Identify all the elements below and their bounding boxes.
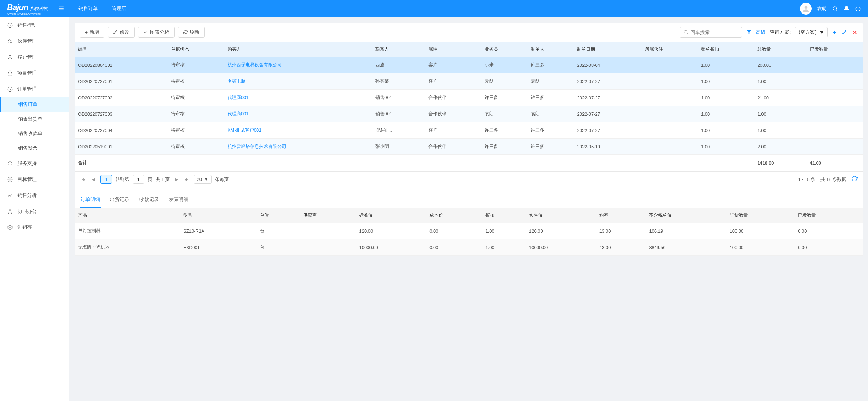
tab-management[interactable]: 管理层 — [105, 0, 133, 17]
svg-point-13 — [8, 177, 12, 182]
sidebar-item[interactable]: 订单管理 — [0, 81, 69, 97]
detail-tab[interactable]: 发票明细 — [168, 192, 189, 208]
sidebar-sub-item[interactable]: 销售收款单 — [0, 126, 69, 141]
page-number[interactable]: 1 — [100, 175, 112, 184]
search-box[interactable] — [680, 27, 742, 38]
detail-column-header[interactable]: 已发数量 — [794, 208, 863, 223]
column-header[interactable]: 购买方 — [224, 42, 372, 57]
svg-point-9 — [11, 40, 12, 41]
prev-page-icon[interactable]: ◀ — [91, 175, 97, 183]
detail-column-header[interactable]: 实售价 — [526, 208, 596, 223]
detail-column-header[interactable]: 产品 — [75, 208, 180, 223]
headset-icon — [7, 160, 13, 167]
buyer-link[interactable]: 代理商001 — [228, 95, 249, 100]
scheme-select[interactable]: (空方案) ▼ — [795, 27, 828, 37]
svg-point-14 — [9, 178, 11, 181]
refresh-button[interactable]: 刷新 — [178, 27, 205, 38]
column-header[interactable]: 制单日期 — [573, 42, 641, 57]
table-row[interactable]: OD20220727002待审核代理商001销售001合作伙伴许三多许三多202… — [75, 90, 863, 106]
logo[interactable]: Bajun 八骏科技 Anyone,Anytime,Anywhere! — [7, 2, 48, 15]
power-icon[interactable] — [855, 6, 861, 12]
edit-button[interactable]: 修改 — [108, 27, 135, 38]
sidebar-item[interactable]: 进销存 — [0, 219, 69, 235]
detail-row[interactable]: 单灯控制器SZ10-R1A台120.000.001.00120.0013.001… — [75, 223, 863, 239]
detail-column-header[interactable]: 成本价 — [426, 208, 482, 223]
column-header[interactable]: 所属伙伴 — [641, 42, 698, 57]
main-content: +新增 修改 图表分析 刷新 高级 查询方案: (空方案) ▼ — [69, 17, 868, 401]
detail-column-header[interactable]: 折扣 — [482, 208, 526, 223]
tab-sales-order[interactable]: 销售订单 — [71, 0, 105, 17]
plus-icon: + — [85, 30, 88, 35]
add-scheme-icon[interactable]: + — [832, 28, 837, 37]
column-header[interactable]: 已发数量 — [807, 42, 863, 57]
sidebar-item[interactable]: 销售分析 — [0, 187, 69, 203]
next-page-icon[interactable]: ▶ — [173, 175, 179, 183]
header: Bajun 八骏科技 Anyone,Anytime,Anywhere! 销售订单… — [0, 0, 868, 17]
detail-row[interactable]: 无悔牌时光机器H3C001台10000.000.001.0010000.0013… — [75, 239, 863, 256]
sidebar-sub-item[interactable]: 销售出货单 — [0, 112, 69, 126]
goto-input[interactable] — [133, 175, 144, 184]
page-size-select[interactable]: 20 ▼ — [194, 175, 211, 184]
table-row[interactable]: OD20220727001待审核名硕电脑孙某某客户袁朗袁朗2022-07-271… — [75, 73, 863, 90]
add-button[interactable]: +新增 — [80, 27, 104, 38]
first-page-icon[interactable]: ⏮ — [80, 175, 87, 183]
filter-icon[interactable] — [746, 29, 752, 36]
delete-scheme-icon[interactable]: ✕ — [852, 28, 858, 36]
sidebar-item[interactable]: 客户管理 — [0, 49, 69, 65]
detail-column-header[interactable]: 订货数量 — [726, 208, 795, 223]
detail-column-header[interactable]: 供应商 — [300, 208, 356, 223]
detail-column-header[interactable]: 税率 — [596, 208, 646, 223]
bell-icon[interactable] — [843, 6, 850, 12]
buyer-link[interactable]: 杭州西子电梯设备有限公司 — [228, 62, 282, 67]
column-header[interactable]: 编号 — [75, 42, 168, 57]
table-row[interactable]: OD20220804001待审核杭州西子电梯设备有限公司西施客户小米许三多202… — [75, 57, 863, 73]
sidebar-item[interactable]: 项目管理 — [0, 65, 69, 81]
advanced-link[interactable]: 高级 — [756, 29, 766, 35]
avatar[interactable] — [800, 3, 812, 15]
detail-tab[interactable]: 出货记录 — [109, 192, 130, 208]
sidebar-sub-item[interactable]: 销售发票 — [0, 141, 69, 156]
menu-toggle-icon[interactable] — [58, 5, 65, 12]
sidebar-item[interactable]: 伙伴管理 — [0, 33, 69, 49]
detail-tab[interactable]: 订单明细 — [80, 192, 101, 208]
buyer-link[interactable]: 杭州雷峰塔信息技术有限公司 — [228, 144, 286, 149]
sidebar-sub-item[interactable]: 销售订单 — [0, 97, 69, 112]
sidebar-item[interactable]: 销售行动 — [0, 17, 69, 33]
column-header[interactable]: 制单人 — [527, 42, 573, 57]
page-suffix: 页 — [148, 176, 152, 183]
logo-slogan: Anyone,Anytime,Anywhere! — [7, 12, 48, 15]
chart-button[interactable]: 图表分析 — [138, 27, 175, 38]
column-header[interactable]: 总数量 — [754, 42, 806, 57]
table-row[interactable]: OD20220727003待审核代理商001销售001合作伙伴袁朗袁朗2022-… — [75, 106, 863, 122]
detail-column-header[interactable]: 型号 — [180, 208, 256, 223]
buyer-link[interactable]: 代理商001 — [228, 111, 249, 116]
pager: ⏮ ◀ 1 转到第 页 共 1 页 ▶ ⏭ 20 ▼ 条每页 1 - 18 条 … — [75, 171, 863, 187]
column-header[interactable]: 整单折扣 — [698, 42, 754, 57]
column-header[interactable]: 属性 — [425, 42, 481, 57]
detail-column-header[interactable]: 单位 — [256, 208, 300, 223]
table-row[interactable]: OD20220727004待审核KM-测试客户001KM-测...客户许三多许三… — [75, 122, 863, 139]
column-header[interactable]: 单据状态 — [168, 42, 224, 57]
sidebar-item-label: 项目管理 — [17, 70, 37, 76]
footer-shipped: 41.00 — [807, 155, 863, 171]
last-page-icon[interactable]: ⏭ — [183, 175, 190, 183]
edit-scheme-icon[interactable] — [841, 29, 848, 36]
buyer-link[interactable]: KM-测试客户001 — [228, 127, 262, 133]
username[interactable]: 袁朗 — [817, 6, 827, 12]
sidebar-item[interactable]: 协同办公 — [0, 203, 69, 219]
award-icon — [7, 70, 13, 76]
detail-tab[interactable]: 收款记录 — [139, 192, 160, 208]
pager-refresh-icon[interactable] — [851, 176, 858, 183]
sidebar-item-label: 销售分析 — [17, 192, 37, 199]
detail-column-header[interactable]: 不含税单价 — [646, 208, 726, 223]
table-row[interactable]: OD20220519001待审核杭州雷峰塔信息技术有限公司张小明合作伙伴许三多许… — [75, 139, 863, 155]
search-input[interactable] — [690, 30, 751, 35]
sidebar-item[interactable]: 目标管理 — [0, 172, 69, 187]
column-header[interactable]: 联系人 — [372, 42, 425, 57]
detail-column-header[interactable]: 标准价 — [356, 208, 426, 223]
sidebar-item-label: 目标管理 — [17, 176, 37, 183]
buyer-link[interactable]: 名硕电脑 — [228, 78, 246, 84]
search-icon[interactable] — [832, 6, 838, 12]
column-header[interactable]: 业务员 — [481, 42, 527, 57]
sidebar-item[interactable]: 服务支持 — [0, 156, 69, 172]
